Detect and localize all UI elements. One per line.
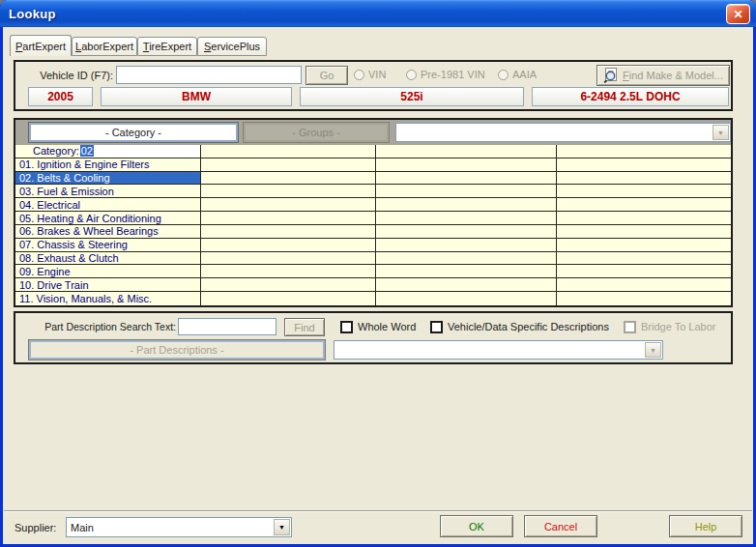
category-grid: Category: 02 01. Ignition & Engine Filte…: [15, 145, 731, 305]
close-button[interactable]: ✕: [726, 4, 750, 24]
grid-cell: [557, 239, 731, 252]
grid-cell: [376, 278, 557, 292]
category-header-label: Category:: [15, 145, 79, 157]
groups-button[interactable]: - Groups -: [244, 123, 389, 142]
grid-cell: [557, 252, 731, 266]
category-group: - Category - - Groups - ▼ Category: 02 0…: [14, 118, 733, 307]
tab-label: ServicePlus: [204, 41, 260, 52]
cancel-button[interactable]: Cancel: [524, 515, 597, 537]
magnifier-icon: [603, 68, 619, 83]
tab-partexpert[interactable]: PartExpert: [10, 35, 72, 56]
grid-cell: [201, 198, 376, 212]
radio-circle-icon: [498, 70, 509, 80]
category-code-input[interactable]: 02: [79, 145, 200, 158]
radio-pre1981-vin[interactable]: Pre-1981 VIN: [406, 69, 485, 80]
chevron-down-icon[interactable]: ▼: [645, 342, 661, 358]
grid-cell: [376, 239, 557, 252]
part-description-search-input[interactable]: [178, 318, 276, 335]
grid-cell: [557, 265, 731, 278]
part-descriptions-button[interactable]: - Part Descriptions -: [29, 340, 325, 360]
category-list-item[interactable]: 04. Electrical: [15, 198, 201, 212]
find-make-model-label: Find Make & Model...: [623, 70, 723, 81]
radio-circle-icon: [406, 70, 417, 80]
help-button[interactable]: Help: [669, 515, 742, 537]
descriptions-combobox[interactable]: ▼: [334, 340, 663, 360]
grid-cell: [557, 145, 731, 158]
checkbox-whole-word[interactable]: Whole Word: [340, 319, 416, 334]
chevron-down-icon[interactable]: ▼: [274, 519, 290, 535]
radio-label: Pre-1981 VIN: [421, 69, 485, 80]
category-list-item[interactable]: 09. Engine: [15, 265, 201, 278]
category-list-item[interactable]: 03. Fuel & Emission: [15, 185, 201, 198]
grid-cell: [201, 225, 376, 239]
vehicle-id-input[interactable]: [116, 66, 302, 84]
category-list-item[interactable]: 06. Brakes & Wheel Bearings: [15, 225, 201, 239]
group-combobox[interactable]: ▼: [395, 123, 731, 142]
checkbox-bridge-to-labor: Bridge To Labor: [624, 319, 715, 334]
tab-laborexpert[interactable]: LaborExpert: [72, 37, 137, 56]
grid-cell: [201, 239, 376, 252]
grid-cell: [557, 158, 731, 172]
go-button[interactable]: Go: [305, 66, 348, 85]
grid-cell: [201, 278, 376, 292]
find-make-model-button[interactable]: Find Make & Model...: [596, 65, 730, 86]
grid-cell: [376, 145, 557, 158]
category-list-item[interactable]: 10. Drive Train: [15, 278, 201, 292]
ok-button[interactable]: OK: [440, 515, 513, 537]
tab-serviceplus[interactable]: ServicePlus: [197, 37, 267, 56]
vehicle-engine-box: 6-2494 2.5L DOHC: [532, 87, 729, 106]
vehicle-model-box: 525i: [300, 87, 524, 106]
category-list-item[interactable]: 02. Belts & Cooling: [15, 172, 201, 186]
vehicle-year-box: 2005: [28, 87, 93, 106]
category-toolbar: - Category - - Groups - ▼: [15, 120, 731, 145]
grid-cell: [376, 198, 557, 212]
grid-cell: [201, 185, 376, 198]
footer-separator: [4, 510, 752, 512]
grid-cell: [557, 225, 731, 239]
part-description-group: Part Description Search Text: Find Whole…: [14, 311, 733, 364]
grid-cell: [376, 172, 557, 186]
checkbox-icon: [430, 321, 443, 333]
window-title: Lookup: [0, 7, 56, 21]
checkbox-icon: [624, 321, 636, 333]
supplier-label: Supplier:: [15, 522, 56, 533]
grid-cell: [376, 158, 557, 172]
grid-cell: [201, 158, 376, 172]
category-button[interactable]: - Category -: [29, 123, 238, 142]
grid-cell: [201, 145, 376, 158]
tab-label: TireExpert: [143, 41, 191, 52]
grid-cell: [557, 212, 731, 225]
radio-label: AAIA: [512, 69, 537, 80]
checkbox-label: Vehicle/Data Specific Descriptions: [448, 321, 609, 332]
category-list-item[interactable]: 07. Chassis & Steering: [15, 239, 201, 252]
find-button[interactable]: Find: [284, 318, 325, 336]
grid-cell: [376, 212, 557, 225]
vehicle-id-group: Vehicle ID (F7): Go VIN Pre-1981 VIN AAI…: [14, 60, 733, 111]
grid-cell: [557, 292, 731, 305]
radio-vin[interactable]: VIN: [354, 69, 386, 80]
checkbox-label: Whole Word: [358, 321, 416, 332]
chevron-down-icon[interactable]: ▼: [712, 125, 729, 140]
category-list-item[interactable]: 01. Ignition & Engine Filters: [15, 158, 201, 172]
grid-cell: [201, 252, 376, 266]
radio-aaia[interactable]: AAIA: [498, 69, 537, 80]
radio-circle-icon: [354, 70, 364, 80]
title-bar[interactable]: Lookup: [0, 0, 756, 27]
supplier-combobox[interactable]: Main ▼: [66, 517, 292, 537]
tab-tireexpert[interactable]: TireExpert: [137, 37, 197, 56]
checkbox-icon: [340, 321, 353, 333]
radio-label: VIN: [368, 69, 386, 80]
grid-cell: [557, 278, 731, 292]
grid-cell: [376, 225, 557, 239]
tab-label: LaborExpert: [75, 41, 133, 52]
supplier-combobox-value: Main: [71, 522, 272, 533]
checkbox-vehicle-data-specific[interactable]: Vehicle/Data Specific Descriptions: [430, 319, 609, 334]
category-list-item[interactable]: 08. Exhaust & Clutch: [15, 252, 201, 266]
grid-cell: [201, 212, 376, 225]
grid-cell: [376, 252, 557, 266]
category-list-item[interactable]: 05. Heating & Air Conditioning: [15, 212, 201, 225]
category-list-item[interactable]: 11. Vision, Manuals, & Misc.: [15, 292, 201, 305]
part-description-search-label: Part Description Search Text:: [15, 321, 176, 332]
category-code-selected-text: 02: [80, 145, 94, 157]
checkbox-label: Bridge To Labor: [641, 321, 715, 332]
